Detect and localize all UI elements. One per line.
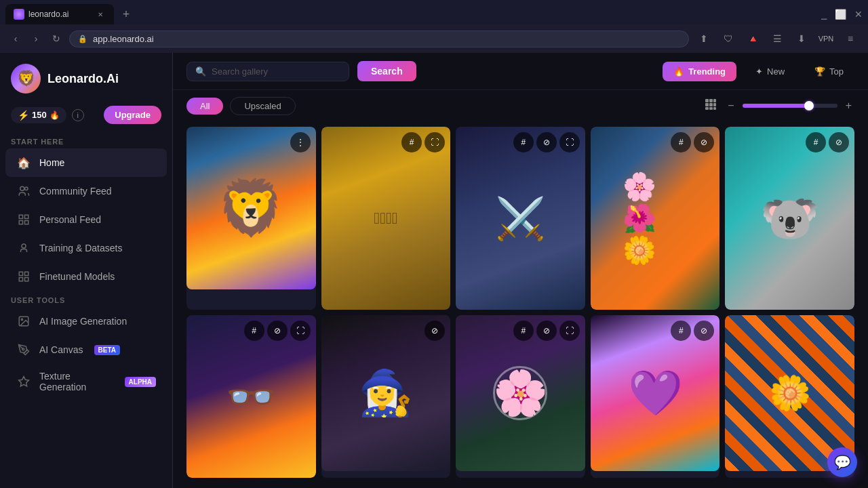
address-input[interactable]: 🔒 app.leonardo.ai (69, 30, 689, 47)
gallery-item-dark-woman[interactable]: ⊘ (321, 315, 451, 478)
vpn-label[interactable]: VPN (816, 29, 835, 48)
token-info-button[interactable]: i (72, 109, 84, 121)
img-action-btn-6a[interactable]: # (244, 321, 264, 341)
zoom-slider[interactable] (743, 104, 837, 108)
svg-rect-10 (25, 278, 28, 281)
top-button[interactable]: 🏆 Top (804, 62, 854, 81)
koala-image: # ⊘ (725, 127, 854, 310)
menu-icon[interactable]: ≡ (841, 29, 860, 48)
img-action-btn-3c[interactable]: ⛶ (559, 132, 580, 152)
sidebar-item-home[interactable]: 🏠 Home (5, 148, 167, 177)
browser-actions: ⬆ 🛡 🔺 ☰ ⬇ VPN ≡ (694, 29, 860, 48)
reader-icon[interactable]: ☰ (768, 29, 787, 48)
token-number: 150 (32, 110, 47, 120)
img-action-btn-8b[interactable]: ⊘ (536, 321, 557, 341)
top-bar: 🔍 Search gallery Search 🔥 Trending ✦ New… (173, 53, 868, 90)
sidebar-item-finetuned[interactable]: Finetuned Models (5, 262, 167, 291)
gallery-item-flowers[interactable]: # ⊘ (591, 127, 720, 310)
gallery-item-warrior[interactable]: # ⊘ ⛶ (456, 127, 585, 310)
maximize-button[interactable]: ⬜ (835, 9, 846, 20)
upgrade-button[interactable]: Upgrade (104, 106, 161, 124)
img-action-btn-5a[interactable]: # (806, 132, 826, 152)
close-button[interactable]: ✕ (854, 9, 863, 20)
gallery-item-pink-girl[interactable]: # ⊘ ⛶ RRCG (456, 315, 585, 478)
gallery-item-hieroglyphs[interactable]: # ⛶ (321, 127, 451, 310)
search-box[interactable]: 🔍 Search gallery (186, 62, 349, 81)
img-action-btn-8a[interactable]: # (513, 321, 534, 341)
svg-point-0 (20, 186, 24, 190)
gallery-item-lion[interactable]: ⋮ (186, 127, 316, 310)
sidebar-item-community-feed[interactable]: Community Feed (5, 177, 167, 205)
flowers-image: # ⊘ (591, 127, 720, 310)
img-action-btn-9a[interactable]: # (671, 321, 691, 341)
img-action-btn-3a[interactable]: # (513, 132, 534, 152)
reload-button[interactable]: ↻ (49, 31, 64, 46)
img-action-btn-2b[interactable]: ⛶ (425, 132, 445, 152)
lock-icon: 🔒 (78, 35, 87, 43)
filter-all-button[interactable]: All (186, 98, 223, 115)
img-action-btn-4b[interactable]: ⊘ (694, 132, 714, 152)
trending-button[interactable]: 🔥 Trending (663, 62, 736, 81)
image-actions-9: # ⊘ (671, 321, 714, 341)
svg-text:RRCG: RRCG (513, 390, 528, 395)
img-action-btn-2a[interactable]: # (401, 132, 422, 152)
gallery-item-anime-girl[interactable]: # ⊘ ⛶ (186, 315, 316, 478)
colorful-hair-image: # ⊘ (591, 315, 720, 471)
active-tab[interactable]: leonardo.ai ✕ (5, 4, 114, 24)
shield-icon[interactable]: 🛡 (719, 29, 738, 48)
gallery-item-koala[interactable]: # ⊘ (725, 127, 854, 310)
window-controls: ⎯ ⬜ ✕ (821, 9, 863, 20)
share-icon[interactable]: ⬆ (694, 29, 713, 48)
zoom-in-button[interactable]: + (843, 97, 854, 115)
svg-rect-16 (709, 99, 713, 102)
grid-view-button[interactable] (702, 96, 719, 116)
img-action-btn-6c[interactable]: ⛶ (290, 321, 311, 341)
gallery-scroll[interactable]: ⋮ # ⛶ # ⊘ (173, 121, 868, 488)
svg-point-24 (508, 381, 532, 405)
back-button[interactable]: ‹ (8, 31, 23, 46)
svg-rect-19 (709, 103, 713, 106)
zoom-out-button[interactable]: − (725, 97, 736, 115)
image-actions-2: # ⛶ (401, 132, 445, 152)
ai-image-gen-label: AI Image Generation (39, 316, 127, 327)
new-button[interactable]: ✦ New (745, 62, 795, 81)
search-button[interactable]: Search (357, 61, 416, 81)
img-action-btn-8c[interactable]: ⛶ (559, 321, 580, 341)
img-action-btn-1[interactable]: ⋮ (290, 132, 311, 152)
trending-label: Trending (688, 66, 726, 77)
brave-icon[interactable]: 🔺 (743, 29, 762, 48)
personal-feed-label: Personal Feed (39, 214, 101, 225)
chat-bubble-button[interactable]: 💬 (827, 447, 857, 477)
img-action-btn-9b[interactable]: ⊘ (694, 321, 714, 341)
sidebar-item-training[interactable]: Training & Datasets (5, 234, 167, 262)
img-action-btn-6b[interactable]: ⊘ (267, 321, 288, 341)
community-feed-label: Community Feed (39, 186, 112, 197)
flame-icon: 🔥 (50, 110, 60, 120)
sidebar-item-ai-image-gen[interactable]: AI Image Generation (5, 307, 167, 336)
forward-button[interactable]: › (28, 31, 43, 46)
texture-icon (16, 374, 31, 389)
tab-close-button[interactable]: ✕ (95, 9, 106, 20)
sidebar-item-texture-gen[interactable]: Texture Generation ALPHA (5, 364, 167, 399)
download-icon[interactable]: ⬇ (792, 29, 811, 48)
filter-upscaled-button[interactable]: Upscaled (230, 97, 295, 115)
logo-avatar: 🦁 (11, 64, 41, 94)
img-action-btn-3b[interactable]: ⊘ (536, 132, 557, 152)
svg-point-6 (22, 244, 26, 248)
sidebar-item-ai-canvas[interactable]: AI Canvas BETA (5, 336, 167, 364)
img-action-btn-4a[interactable]: # (671, 132, 691, 152)
sidebar-logo: 🦁 Leonardo.Ai (0, 53, 172, 102)
minimize-button[interactable]: ⎯ (821, 9, 827, 20)
tab-bar: leonardo.ai ✕ + ⎯ ⬜ ✕ (0, 0, 868, 24)
training-label: Training & Datasets (39, 243, 122, 253)
sidebar-item-personal-feed[interactable]: Personal Feed (5, 205, 167, 234)
img-action-btn-5b[interactable]: ⊘ (829, 132, 849, 152)
img-action-btn-7a[interactable]: ⊘ (425, 321, 445, 341)
gallery-item-colorful-hair[interactable]: # ⊘ (591, 315, 720, 478)
search-box-icon: 🔍 (195, 66, 206, 77)
lightning-icon: ⚡ (18, 110, 29, 121)
image-actions-8: # ⊘ ⛶ (513, 321, 580, 341)
new-tab-button[interactable]: + (117, 5, 136, 24)
svg-rect-23 (713, 107, 716, 110)
tokens-row: ⚡ 150 🔥 i Upgrade (0, 102, 172, 132)
